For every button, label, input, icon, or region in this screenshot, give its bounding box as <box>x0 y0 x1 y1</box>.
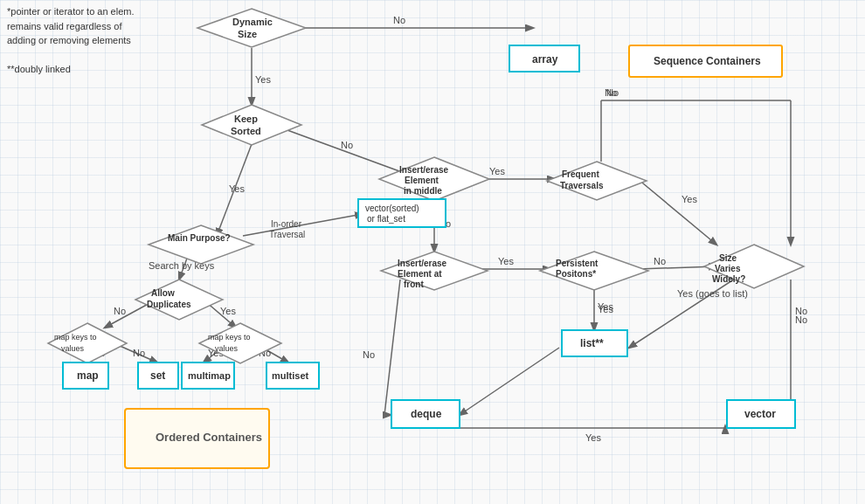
svg-text:map keys to: map keys to <box>208 333 251 342</box>
svg-text:Yes: Yes <box>229 183 245 194</box>
svg-text:front: front <box>404 280 424 289</box>
svg-marker-58 <box>149 225 253 264</box>
svg-text:Positons*: Positons* <box>556 269 596 279</box>
svg-text:No: No <box>341 140 353 150</box>
flowchart-canvas: *pointer or iterator to an elem. remains… <box>0 0 865 504</box>
svg-text:No: No <box>606 87 619 98</box>
svg-line-46 <box>384 280 400 415</box>
svg-text:in middle: in middle <box>404 186 442 196</box>
svg-text:Sequence Containers: Sequence Containers <box>654 55 761 67</box>
svg-text:Widely?: Widely? <box>712 274 745 284</box>
svg-line-27 <box>638 179 716 245</box>
svg-text:deque: deque <box>411 408 442 420</box>
svg-text:No: No <box>114 306 126 316</box>
svg-text:multiset: multiset <box>272 370 309 381</box>
svg-text:Yes: Yes <box>220 306 236 316</box>
svg-text:Element at: Element at <box>398 269 442 279</box>
svg-text:No: No <box>393 15 405 25</box>
svg-text:Ordered Containers: Ordered Containers <box>156 431 262 444</box>
svg-text:set: set <box>150 369 165 382</box>
svg-text:map: map <box>77 369 99 382</box>
svg-text:Traversal: Traversal <box>269 230 305 239</box>
flowchart-svg: No Yes No Yes In-order Traversal Search … <box>0 0 865 504</box>
svg-text:Size: Size <box>238 29 257 39</box>
svg-text:vector(sorted): vector(sorted) <box>365 204 419 213</box>
svg-text:Yes: Yes <box>498 256 514 266</box>
svg-text:In-order: In-order <box>271 219 302 229</box>
svg-text:Yes: Yes <box>585 432 601 443</box>
svg-text:array: array <box>532 53 558 66</box>
svg-text:No: No <box>363 349 375 360</box>
svg-text:Traversals: Traversals <box>560 181 604 190</box>
svg-text:Insert/erase: Insert/erase <box>398 259 447 268</box>
svg-text:or flat_set: or flat_set <box>367 214 405 224</box>
svg-text:No: No <box>654 256 666 266</box>
svg-text:Dynamic: Dynamic <box>232 17 273 27</box>
svg-text:Persistent: Persistent <box>556 259 599 268</box>
svg-marker-55 <box>202 105 301 145</box>
svg-text:values: values <box>215 344 239 353</box>
svg-text:map keys to: map keys to <box>54 333 97 342</box>
svg-line-4 <box>278 127 409 175</box>
svg-text:Yes (goes to list): Yes (goes to list) <box>677 288 748 299</box>
svg-text:values: values <box>61 344 85 353</box>
svg-text:list**: list** <box>580 337 604 349</box>
svg-text:Element: Element <box>405 176 439 185</box>
svg-text:Yes: Yes <box>682 194 697 204</box>
svg-text:Size: Size <box>719 253 737 263</box>
svg-text:Duplicates: Duplicates <box>147 300 191 309</box>
svg-line-13 <box>105 301 153 328</box>
svg-marker-52 <box>197 9 306 47</box>
svg-text:vector: vector <box>744 408 776 420</box>
svg-text:Main Purpose?: Main Purpose? <box>168 233 231 243</box>
svg-text:Insert/erase: Insert/erase <box>399 165 449 175</box>
svg-text:Yes: Yes <box>255 74 271 85</box>
svg-text:Varies: Varies <box>715 264 741 273</box>
svg-text:Frequent: Frequent <box>562 169 599 179</box>
svg-text:multimap: multimap <box>188 370 231 381</box>
svg-text:Sorted: Sorted <box>231 126 261 136</box>
svg-text:Yes: Yes <box>489 166 505 176</box>
svg-line-45 <box>460 348 559 415</box>
svg-text:Keep: Keep <box>234 114 258 124</box>
svg-marker-63 <box>48 323 127 363</box>
svg-text:Allow: Allow <box>151 288 175 298</box>
svg-text:No: No <box>795 314 807 325</box>
svg-text:No: No <box>133 348 145 358</box>
svg-text:Yes: Yes <box>598 301 613 312</box>
